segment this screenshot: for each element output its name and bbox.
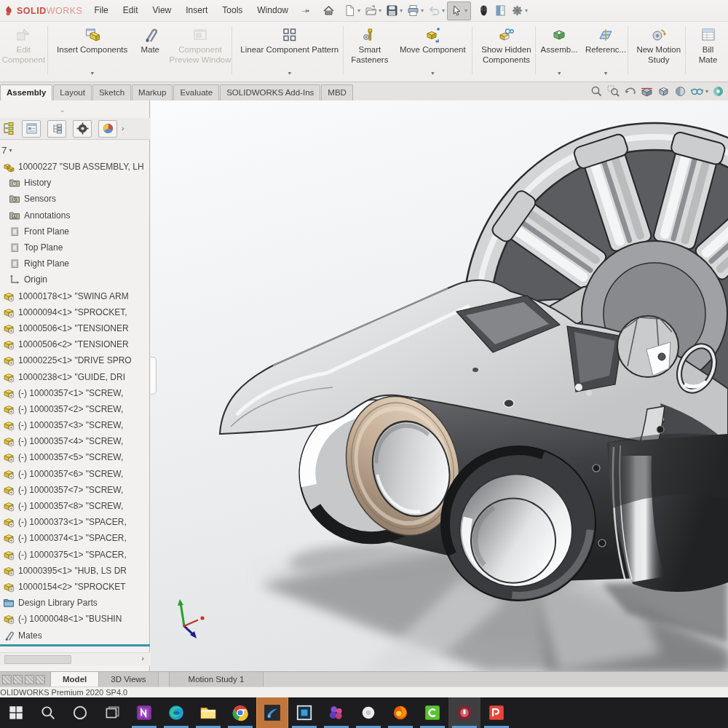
tree-item[interactable]: (-) 10000357<5> "SCREW, [0, 449, 150, 465]
dropdown-caret-icon[interactable]: ▾ [464, 7, 467, 14]
menu-file[interactable]: File [87, 0, 115, 21]
tree-item[interactable]: 10000227 "SUB ASSEMBLY, LH [0, 159, 150, 175]
assembly-name-dropdown-icon[interactable]: ▾ [9, 147, 12, 154]
tab-markup[interactable]: Markup [132, 84, 173, 100]
pin-icon[interactable]: 📌︎ [299, 4, 312, 17]
tab-evaluate[interactable]: Evaluate [173, 84, 219, 100]
chrome-taskbar-button[interactable] [224, 697, 256, 728]
tree-item[interactable]: Mates [0, 627, 150, 643]
move-component-button[interactable]: Move Component▾ [393, 22, 472, 82]
dropdown-caret-icon[interactable]: ▾ [442, 7, 445, 14]
tree-item[interactable]: (-) 10000357<3> "SCREW, [0, 417, 150, 433]
tab-scroll-buttons[interactable] [0, 672, 51, 687]
tree-item[interactable]: (-) 10000373<1> "SPACER, [0, 514, 150, 530]
menu-edit[interactable]: Edit [116, 0, 146, 21]
panel-collapse-chevron[interactable]: ⌄ [60, 106, 66, 114]
open-button[interactable]: ▾ [363, 1, 384, 20]
tree-item[interactable]: Top Plane [0, 240, 150, 256]
cortana-taskbar-button[interactable] [64, 697, 96, 728]
print-button[interactable]: ▾ [405, 1, 426, 20]
dropdown-caret-icon[interactable]: ▾ [604, 70, 607, 76]
feature-tree-tab[interactable] [1, 120, 15, 138]
onenote-taskbar-button[interactable] [128, 697, 160, 728]
undo-button[interactable]: ▾ [426, 1, 447, 20]
view-orientation-icon[interactable] [657, 84, 670, 98]
tree-item[interactable]: Origin [0, 272, 150, 288]
display-manager-tab[interactable] [98, 120, 117, 138]
tab-scroll-end-icon[interactable] [36, 675, 45, 684]
doc-tab-model[interactable]: Model [51, 672, 99, 687]
adobe-taskbar-button[interactable] [480, 697, 513, 728]
tree-item[interactable]: 10000225<1> "DRIVE SPRO [0, 352, 150, 368]
home-button[interactable] [320, 1, 337, 20]
dimxpert-tab[interactable] [73, 120, 92, 138]
edge-taskbar-button[interactable] [160, 697, 192, 728]
dropdown-caret-icon[interactable]: ▾ [558, 70, 561, 76]
menu-tools[interactable]: Tools [215, 0, 250, 21]
tab-sketch[interactable]: Sketch [92, 84, 131, 100]
windows-start-taskbar-button[interactable] [0, 697, 32, 728]
tree-item[interactable]: (-) 10000357<1> "SCREW, [0, 385, 150, 401]
tree-item[interactable]: Sensors [0, 191, 150, 207]
panel-splitter-handle[interactable] [151, 357, 157, 395]
tab-solidworks-add-ins[interactable]: SOLIDWORKS Add-Ins [220, 84, 320, 100]
tree-item[interactable]: 10000178<1> "SWING ARM [0, 288, 150, 304]
dropdown-caret-icon[interactable]: ▾ [288, 70, 291, 76]
new-document-button[interactable]: ▾ [341, 1, 363, 20]
dropdown-caret-icon[interactable]: ▾ [379, 7, 381, 14]
graphics-viewport[interactable] [151, 100, 728, 671]
menu-window[interactable]: Window [250, 0, 296, 21]
task-view-taskbar-button[interactable] [96, 697, 128, 728]
select-arrow-button[interactable]: ▾ [447, 1, 471, 20]
camtasia-taskbar-button[interactable] [416, 697, 448, 728]
zoom-fit-icon[interactable] [590, 84, 604, 98]
menu-view[interactable]: View [145, 0, 178, 21]
menu-insert[interactable]: Insert [178, 0, 215, 21]
dropdown-caret-icon[interactable]: ▾ [421, 7, 424, 14]
property-manager-tab[interactable] [22, 120, 41, 138]
dropdown-caret-icon[interactable]: ▾ [431, 70, 434, 76]
tree-item[interactable]: History [0, 175, 150, 191]
tree-item[interactable]: 10000154<2> "SPROCKET [0, 579, 150, 595]
photos-taskbar-button[interactable] [288, 697, 320, 728]
tree-item[interactable]: Front Plane [0, 223, 150, 240]
dropdown-caret-icon[interactable]: ▾ [400, 7, 403, 14]
onepassword-taskbar-button[interactable] [448, 697, 480, 728]
dropdown-caret-icon[interactable]: ▾ [705, 88, 708, 95]
tree-item[interactable]: (-) 10000357<2> "SCREW, [0, 401, 150, 417]
tab-scroll-right-icon[interactable] [25, 675, 34, 684]
hide-show-icon[interactable] [690, 84, 704, 98]
display-style-icon[interactable] [673, 84, 687, 98]
manager-tabs-overflow-arrow[interactable]: › [122, 124, 124, 132]
search-taskbar-button[interactable] [32, 697, 64, 728]
dropdown-caret-icon[interactable]: ▾ [525, 7, 528, 14]
firefox-taskbar-button[interactable] [384, 697, 416, 728]
tab-layout[interactable]: Layout [53, 84, 92, 100]
tree-item[interactable]: (-) 10000357<7> "SCREW, [0, 482, 150, 498]
tree-item[interactable]: (-) 10000375<1> "SPACER, [0, 547, 150, 563]
configuration-manager-tab[interactable] [47, 120, 66, 138]
tab-assembly[interactable]: Assembly [0, 84, 52, 100]
previous-view-icon[interactable] [623, 84, 637, 98]
selection-filter-button[interactable] [475, 1, 492, 20]
tree-item[interactable]: Annotations [0, 207, 150, 223]
zoom-area-icon[interactable] [606, 84, 620, 98]
tree-item[interactable]: Right Plane [0, 256, 150, 272]
tree-item[interactable]: Design Library Parts [0, 595, 150, 611]
tree-item[interactable]: (-) 10000374<1> "SPACER, [0, 530, 150, 546]
tree-item[interactable]: 10000506<2> "TENSIONER [0, 336, 150, 352]
solidworks-taskbar-button[interactable] [256, 697, 288, 728]
tree-item[interactable]: 10000238<1> "GUIDE, DRI [0, 368, 150, 384]
dropdown-caret-icon[interactable]: ▾ [91, 70, 94, 76]
white-circle-taskbar-button[interactable] [352, 697, 384, 728]
assembly-name-row[interactable]: 7 ▾ [0, 141, 150, 159]
tab-mbd[interactable]: MBD [321, 84, 353, 100]
mate-button[interactable]: Mate [135, 22, 166, 82]
tree-item[interactable]: 10000094<1> "SPROCKET, [0, 304, 150, 320]
show-hidden-components-button[interactable]: Show Hidden Components [478, 22, 535, 82]
doc-tab-3d-views[interactable]: 3D Views [99, 672, 158, 687]
smart-fasteners-button[interactable]: Smart Fasteners [349, 22, 390, 82]
dropdown-caret-icon[interactable]: ▾ [357, 7, 360, 14]
tree-item[interactable]: (-) 10000357<8> "SCREW, [0, 498, 150, 514]
tree-item[interactable]: (-) 10000357<6> "SCREW, [0, 466, 150, 482]
